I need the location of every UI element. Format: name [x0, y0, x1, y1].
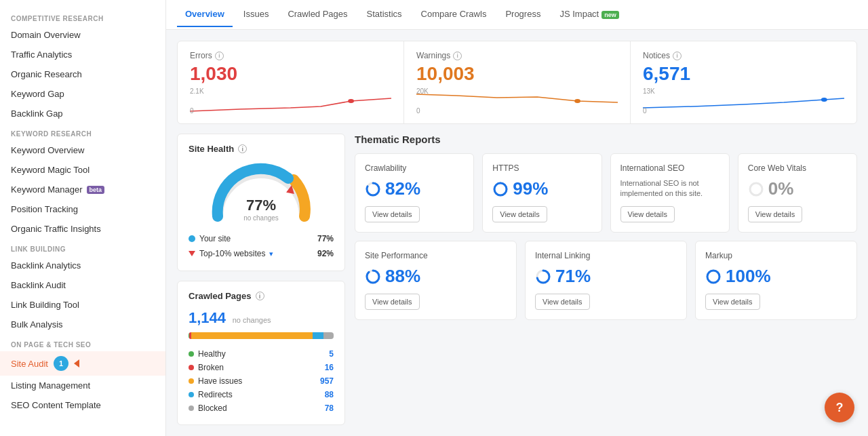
notices-info-icon[interactable]: i — [673, 52, 682, 60]
thematic-value-text: 71% — [555, 266, 591, 287]
thematic-card-crawlability: Crawlability82%View details — [355, 153, 474, 233]
sidebar-item-label: Backlink Analytics — [11, 260, 81, 271]
svg-point-1 — [574, 99, 580, 103]
stat-label: Redirects — [198, 390, 233, 399]
site-health-title: Site Health i — [189, 144, 334, 154]
view-details-button-core-web-vitals[interactable]: View details — [748, 206, 803, 222]
sidebar-item-domain-overview[interactable]: Domain Overview — [0, 25, 165, 45]
gauge-container: 77% no changes — [189, 162, 334, 223]
thematic-card-markup: Markup100%View details — [695, 241, 857, 320]
tab-statistics[interactable]: Statistics — [359, 2, 410, 27]
sidebar-item-label: Position Tracking — [11, 204, 78, 214]
sidebar-item-site-audit[interactable]: Site Audit1 — [0, 351, 165, 376]
thematic-reports-panel: Thematic Reports Crawlability82%View det… — [355, 134, 857, 425]
svg-point-8 — [750, 183, 762, 195]
sidebar-item-backlink-analytics[interactable]: Backlink Analytics — [0, 256, 165, 275]
view-details-button-site-performance[interactable]: View details — [365, 294, 420, 310]
help-button[interactable]: ? — [825, 393, 854, 422]
sidebar-item-label: SEO Content Template — [11, 400, 101, 410]
gauge-legend: Your site 77% Top-10% websites ▾ 92% — [189, 231, 334, 261]
stat-dot-icon — [189, 378, 194, 384]
crawled-stat-row: Have issues957 — [189, 374, 334, 388]
errors-chart: 2.1K 0 — [190, 87, 391, 115]
sidebar-item-organic-research[interactable]: Organic Research — [0, 64, 165, 84]
sidebar-item-keyword-manager[interactable]: Keyword Managerbeta — [0, 180, 165, 199]
sidebar-section-competitive-research: COMPETITIVE RESEARCH — [0, 8, 165, 25]
main-content: OverviewIssuesCrawled PagesStatisticsCom… — [166, 0, 868, 436]
sidebar-item-listing-management[interactable]: Listing Management — [0, 376, 165, 395]
thematic-row2: Site Performance88%View detailsInternal … — [355, 241, 857, 320]
sidebar-item-label: Backlink Gap — [11, 108, 63, 119]
sidebar-section-keyword-research: KEYWORD RESEARCH — [0, 123, 165, 140]
svg-point-2 — [821, 98, 827, 102]
svg-point-0 — [348, 99, 354, 103]
errors-value[interactable]: 1,030 — [190, 63, 391, 85]
tab-progress[interactable]: Progress — [497, 2, 549, 27]
tab-crawled-pages[interactable]: Crawled Pages — [279, 2, 355, 27]
view-details-button-https[interactable]: View details — [492, 206, 547, 222]
svg-point-7 — [494, 183, 507, 195]
triangle-down-icon — [189, 251, 195, 256]
sidebar-item-keyword-gap[interactable]: Keyword Gap — [0, 84, 165, 104]
view-details-button-crawlability[interactable]: View details — [365, 206, 420, 222]
warnings-label: Warnings i — [416, 51, 618, 60]
sidebar-item-backlink-audit[interactable]: Backlink Audit — [0, 275, 165, 295]
thematic-row1: Crawlability82%View detailsHTTPS99%View … — [355, 153, 857, 233]
warnings-value[interactable]: 10,003 — [416, 63, 618, 85]
thematic-card-title: Core Web Vitals — [748, 163, 847, 173]
warnings-chart: 20K 0 — [416, 87, 618, 115]
crawled-stat-row: Blocked78 — [189, 401, 334, 415]
gauge-chart: 77% no changes — [207, 162, 315, 223]
crawled-pages-panel: Crawled Pages i 1,144 no changes Healthy… — [177, 281, 345, 425]
progress-bar-segment — [323, 332, 334, 339]
sidebar-item-traffic-analytics[interactable]: Traffic Analytics — [0, 45, 165, 64]
sidebar-section-on-page-&-tech-seo: ON PAGE & TECH SEO — [0, 334, 165, 351]
sidebar-item-backlink-gap[interactable]: Backlink Gap — [0, 104, 165, 123]
sidebar-item-keyword-magic-tool[interactable]: Keyword Magic Tool — [0, 160, 165, 180]
tab-issues[interactable]: Issues — [235, 2, 277, 27]
sidebar-item-seo-content-template[interactable]: SEO Content Template — [0, 395, 165, 415]
sidebar-item-label: Keyword Manager — [11, 184, 83, 195]
warnings-info-icon[interactable]: i — [453, 52, 462, 60]
content-area: Errors i 1,030 2.1K 0 Warnings i — [166, 30, 868, 436]
sidebar-item-label: Link Building Tool — [11, 300, 79, 310]
stat-value: 88 — [325, 390, 334, 399]
view-details-button-international-seo[interactable]: View details — [620, 206, 675, 222]
sidebar: COMPETITIVE RESEARCHDomain OverviewTraff… — [0, 0, 166, 436]
view-details-button-internal-linking[interactable]: View details — [535, 294, 590, 310]
sidebar-item-organic-traffic-insights[interactable]: Organic Traffic Insights — [0, 219, 165, 239]
circle-progress-icon — [705, 269, 722, 285]
sidebar-item-label: Keyword Magic Tool — [11, 165, 90, 175]
thematic-value-text: 100% — [726, 266, 771, 287]
sidebar-item-keyword-overview[interactable]: Keyword Overview — [0, 140, 165, 160]
tab-overview[interactable]: Overview — [177, 2, 233, 27]
view-details-button-markup[interactable]: View details — [705, 294, 760, 310]
thematic-card-title: Markup — [705, 251, 847, 260]
warnings-card: Warnings i 10,003 20K 0 — [404, 41, 631, 123]
stat-dot-icon — [189, 351, 194, 357]
thematic-card-value: 82% — [365, 178, 464, 199]
thematic-card-title: Crawlability — [365, 163, 464, 173]
gauge-legend-top10: Top-10% websites ▾ 92% — [189, 246, 334, 261]
sidebar-section-link-building: LINK BUILDING — [0, 239, 165, 256]
errors-info-icon[interactable]: i — [215, 52, 224, 60]
tab-compare-crawls[interactable]: Compare Crawls — [413, 2, 495, 27]
sidebar-item-bulk-analysis[interactable]: Bulk Analysis — [0, 315, 165, 334]
thematic-value-text: 99% — [513, 178, 548, 199]
svg-point-15 — [707, 271, 719, 283]
sidebar-item-label: Domain Overview — [11, 30, 81, 40]
tab-js-impact[interactable]: JS Impactnew — [551, 2, 627, 27]
dot-blue — [189, 235, 195, 242]
notices-value[interactable]: 6,571 — [643, 63, 844, 85]
stat-label: Have issues — [198, 376, 242, 386]
thematic-card-site-performance: Site Performance88%View details — [355, 241, 517, 320]
gauge-legend-your-site: Your site 77% — [189, 231, 334, 246]
crawled-pages-info-icon[interactable]: i — [256, 292, 264, 300]
thematic-card-internal-linking: Internal Linking71%View details — [525, 241, 687, 320]
sidebar-item-position-tracking[interactable]: Position Tracking — [0, 199, 165, 219]
sidebar-item-link-building-tool[interactable]: Link Building Tool — [0, 295, 165, 315]
top10-dropdown[interactable]: ▾ — [269, 250, 273, 258]
site-health-info-icon[interactable]: i — [238, 144, 247, 153]
sidebar-item-label: Bulk Analysis — [11, 319, 63, 330]
crawled-stats-list: Healthy5Broken16Have issues957Redirects8… — [189, 347, 334, 415]
